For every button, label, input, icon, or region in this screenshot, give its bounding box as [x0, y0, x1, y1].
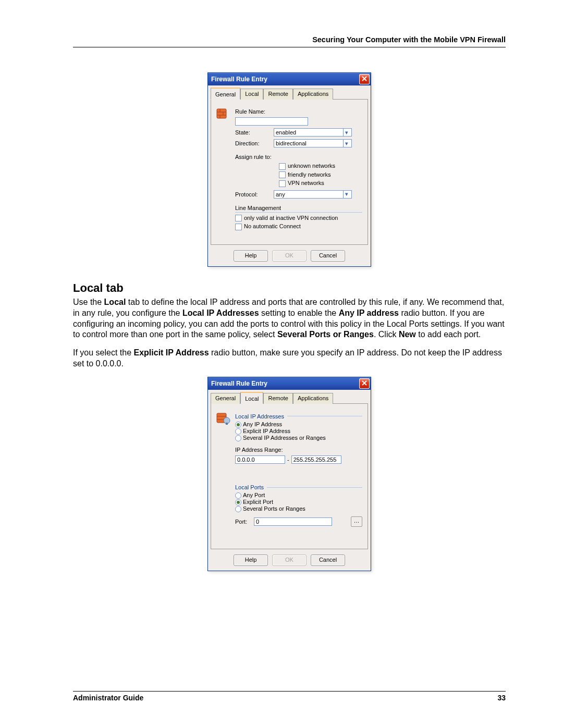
local-ip-legend: Local IP Addresses: [235, 413, 284, 419]
state-combo[interactable]: enabled ▾: [274, 128, 352, 137]
title-bar[interactable]: Firewall Rule Entry: [208, 73, 371, 85]
unknown-networks-checkbox[interactable]: [279, 163, 286, 170]
unknown-networks-label: unknown networks: [288, 163, 335, 169]
firewall-icon: [216, 106, 231, 121]
protocol-combo[interactable]: any ▾: [274, 190, 352, 199]
tab-applications[interactable]: Applications: [293, 89, 333, 100]
tab-applications[interactable]: Applications: [293, 393, 333, 404]
tab-bar: General Local Remote Applications: [211, 89, 368, 100]
close-icon[interactable]: [359, 74, 370, 84]
tab-remote[interactable]: Remote: [263, 393, 293, 404]
several-ip-radio[interactable]: [235, 435, 241, 441]
chevron-down-icon: ▾: [343, 129, 350, 136]
rule-name-label: Rule Name:: [235, 108, 274, 115]
firewall-icon: [216, 410, 231, 426]
paragraph-1: Use the Local tab to define the local IP…: [73, 297, 506, 340]
paragraph-2: If you select the Explicit IP Address ra…: [73, 348, 506, 369]
state-value: enabled: [276, 129, 296, 135]
svg-rect-0: [217, 109, 226, 118]
section-heading-local-tab: Local tab: [73, 281, 506, 295]
rule-name-input[interactable]: [235, 117, 308, 126]
protocol-value: any: [276, 191, 285, 198]
chapter-header: Securing Your Computer with the Mobile V…: [73, 35, 506, 44]
title-bar[interactable]: Firewall Rule Entry: [208, 377, 371, 390]
vpn-networks-label: VPN networks: [288, 180, 324, 186]
vpn-networks-checkbox[interactable]: [279, 180, 286, 187]
line-management-title: Line Management: [235, 205, 362, 211]
help-button[interactable]: Help: [234, 250, 268, 262]
explicit-port-radio[interactable]: [235, 499, 241, 505]
cancel-button[interactable]: Cancel: [311, 250, 345, 262]
no-auto-label: No automatic Connect: [244, 223, 301, 229]
ok-button[interactable]: OK: [272, 554, 307, 566]
window-title: Firewall Rule Entry: [211, 380, 267, 387]
direction-value: bidirectional: [276, 140, 307, 146]
only-valid-label: only valid at inactive VPN connection: [244, 215, 338, 221]
ok-button[interactable]: OK: [272, 250, 307, 262]
tab-general[interactable]: General: [211, 393, 240, 404]
tab-bar: General Local Remote Applications: [211, 393, 368, 404]
help-button[interactable]: Help: [234, 554, 268, 566]
window-title: Firewall Rule Entry: [211, 76, 267, 83]
friendly-networks-label: friendly networks: [288, 171, 331, 178]
local-ports-legend: Local Ports: [235, 484, 264, 490]
tab-local[interactable]: Local: [240, 89, 263, 100]
no-auto-checkbox[interactable]: [235, 224, 242, 230]
port-input[interactable]: [254, 517, 332, 526]
state-label: State:: [235, 129, 274, 135]
chevron-down-icon: ▾: [343, 140, 350, 147]
any-port-radio[interactable]: [235, 492, 241, 499]
friendly-networks-checkbox[interactable]: [279, 171, 286, 178]
svg-rect-10: [226, 423, 228, 425]
explicit-ip-label: Explicit IP Address: [243, 428, 290, 434]
any-ip-label: Any IP Address: [243, 421, 282, 427]
close-icon[interactable]: [359, 378, 370, 389]
tab-local[interactable]: Local: [240, 392, 263, 404]
footer-doc-title: Administrator Guide: [73, 694, 143, 702]
firewall-rule-dialog-general: Firewall Rule Entry General Local Remote…: [207, 72, 371, 267]
footer-page-number: 33: [497, 694, 506, 702]
firewall-rule-dialog-local: Firewall Rule Entry General Local Remote…: [207, 377, 371, 571]
any-ip-radio[interactable]: [235, 422, 241, 428]
explicit-port-label: Explicit Port: [243, 499, 273, 505]
direction-combo[interactable]: bidirectional ▾: [274, 139, 352, 147]
chevron-down-icon: ▾: [343, 191, 350, 198]
protocol-label: Protocol:: [235, 191, 274, 198]
dash-separator: -: [285, 456, 291, 463]
ip-from-input[interactable]: [235, 455, 285, 464]
port-label: Port:: [235, 519, 254, 525]
assign-label: Assign rule to:: [235, 154, 274, 160]
header-rule: [73, 47, 506, 47]
cancel-button[interactable]: Cancel: [311, 554, 345, 566]
ip-to-input[interactable]: [291, 455, 341, 464]
tab-remote[interactable]: Remote: [263, 89, 293, 100]
several-ip-label: Several IP Addresses or Ranges: [243, 435, 326, 441]
any-port-label: Any Port: [243, 492, 265, 498]
tab-general[interactable]: General: [211, 88, 240, 100]
ip-range-label: IP Address Range:: [235, 447, 362, 453]
port-browse-button[interactable]: …: [351, 516, 362, 527]
several-ports-radio[interactable]: [235, 506, 241, 512]
explicit-ip-radio[interactable]: [235, 428, 241, 435]
only-valid-checkbox[interactable]: [235, 215, 242, 221]
several-ports-label: Several Ports or Ranges: [243, 505, 305, 512]
direction-label: Direction:: [235, 140, 274, 146]
